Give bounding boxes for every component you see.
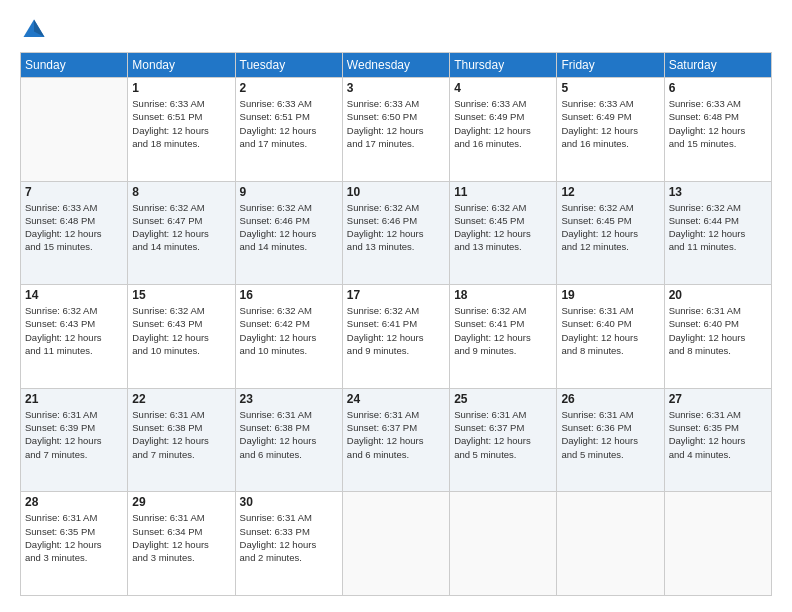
day-number: 1 <box>132 81 230 95</box>
day-info: Sunrise: 6:31 AM Sunset: 6:35 PM Dayligh… <box>669 408 767 461</box>
day-number: 14 <box>25 288 123 302</box>
calendar-cell: 15Sunrise: 6:32 AM Sunset: 6:43 PM Dayli… <box>128 285 235 389</box>
calendar-cell: 22Sunrise: 6:31 AM Sunset: 6:38 PM Dayli… <box>128 388 235 492</box>
day-info: Sunrise: 6:31 AM Sunset: 6:33 PM Dayligh… <box>240 511 338 564</box>
day-info: Sunrise: 6:33 AM Sunset: 6:48 PM Dayligh… <box>25 201 123 254</box>
calendar-cell: 4Sunrise: 6:33 AM Sunset: 6:49 PM Daylig… <box>450 78 557 182</box>
day-info: Sunrise: 6:33 AM Sunset: 6:50 PM Dayligh… <box>347 97 445 150</box>
day-number: 27 <box>669 392 767 406</box>
day-info: Sunrise: 6:31 AM Sunset: 6:38 PM Dayligh… <box>132 408 230 461</box>
logo-icon <box>20 16 48 44</box>
day-number: 7 <box>25 185 123 199</box>
weekday-header-wednesday: Wednesday <box>342 53 449 78</box>
calendar-cell: 3Sunrise: 6:33 AM Sunset: 6:50 PM Daylig… <box>342 78 449 182</box>
day-info: Sunrise: 6:32 AM Sunset: 6:46 PM Dayligh… <box>240 201 338 254</box>
day-number: 20 <box>669 288 767 302</box>
day-info: Sunrise: 6:31 AM Sunset: 6:37 PM Dayligh… <box>347 408 445 461</box>
calendar-cell: 25Sunrise: 6:31 AM Sunset: 6:37 PM Dayli… <box>450 388 557 492</box>
week-row-5: 28Sunrise: 6:31 AM Sunset: 6:35 PM Dayli… <box>21 492 772 596</box>
day-info: Sunrise: 6:33 AM Sunset: 6:48 PM Dayligh… <box>669 97 767 150</box>
day-number: 6 <box>669 81 767 95</box>
day-number: 23 <box>240 392 338 406</box>
day-number: 28 <box>25 495 123 509</box>
day-number: 9 <box>240 185 338 199</box>
week-row-3: 14Sunrise: 6:32 AM Sunset: 6:43 PM Dayli… <box>21 285 772 389</box>
calendar-cell: 26Sunrise: 6:31 AM Sunset: 6:36 PM Dayli… <box>557 388 664 492</box>
weekday-header-row: SundayMondayTuesdayWednesdayThursdayFrid… <box>21 53 772 78</box>
day-number: 11 <box>454 185 552 199</box>
weekday-header-thursday: Thursday <box>450 53 557 78</box>
day-info: Sunrise: 6:32 AM Sunset: 6:44 PM Dayligh… <box>669 201 767 254</box>
day-info: Sunrise: 6:32 AM Sunset: 6:41 PM Dayligh… <box>347 304 445 357</box>
calendar-cell: 5Sunrise: 6:33 AM Sunset: 6:49 PM Daylig… <box>557 78 664 182</box>
day-info: Sunrise: 6:33 AM Sunset: 6:49 PM Dayligh… <box>454 97 552 150</box>
calendar-cell: 27Sunrise: 6:31 AM Sunset: 6:35 PM Dayli… <box>664 388 771 492</box>
day-info: Sunrise: 6:31 AM Sunset: 6:39 PM Dayligh… <box>25 408 123 461</box>
calendar-table: SundayMondayTuesdayWednesdayThursdayFrid… <box>20 52 772 596</box>
calendar-cell: 11Sunrise: 6:32 AM Sunset: 6:45 PM Dayli… <box>450 181 557 285</box>
calendar-cell <box>21 78 128 182</box>
calendar-cell: 1Sunrise: 6:33 AM Sunset: 6:51 PM Daylig… <box>128 78 235 182</box>
calendar-cell: 7Sunrise: 6:33 AM Sunset: 6:48 PM Daylig… <box>21 181 128 285</box>
page: SundayMondayTuesdayWednesdayThursdayFrid… <box>0 0 792 612</box>
calendar-cell: 14Sunrise: 6:32 AM Sunset: 6:43 PM Dayli… <box>21 285 128 389</box>
weekday-header-saturday: Saturday <box>664 53 771 78</box>
day-number: 24 <box>347 392 445 406</box>
day-number: 15 <box>132 288 230 302</box>
day-number: 2 <box>240 81 338 95</box>
weekday-header-monday: Monday <box>128 53 235 78</box>
day-number: 8 <box>132 185 230 199</box>
calendar-cell: 6Sunrise: 6:33 AM Sunset: 6:48 PM Daylig… <box>664 78 771 182</box>
day-info: Sunrise: 6:31 AM Sunset: 6:38 PM Dayligh… <box>240 408 338 461</box>
day-number: 4 <box>454 81 552 95</box>
day-number: 18 <box>454 288 552 302</box>
week-row-1: 1Sunrise: 6:33 AM Sunset: 6:51 PM Daylig… <box>21 78 772 182</box>
day-number: 25 <box>454 392 552 406</box>
day-number: 26 <box>561 392 659 406</box>
weekday-header-sunday: Sunday <box>21 53 128 78</box>
calendar-cell: 16Sunrise: 6:32 AM Sunset: 6:42 PM Dayli… <box>235 285 342 389</box>
day-info: Sunrise: 6:32 AM Sunset: 6:45 PM Dayligh… <box>561 201 659 254</box>
calendar-cell <box>342 492 449 596</box>
day-info: Sunrise: 6:31 AM Sunset: 6:37 PM Dayligh… <box>454 408 552 461</box>
day-info: Sunrise: 6:32 AM Sunset: 6:42 PM Dayligh… <box>240 304 338 357</box>
day-info: Sunrise: 6:33 AM Sunset: 6:49 PM Dayligh… <box>561 97 659 150</box>
day-info: Sunrise: 6:32 AM Sunset: 6:46 PM Dayligh… <box>347 201 445 254</box>
day-number: 21 <box>25 392 123 406</box>
day-info: Sunrise: 6:31 AM Sunset: 6:34 PM Dayligh… <box>132 511 230 564</box>
day-info: Sunrise: 6:32 AM Sunset: 6:41 PM Dayligh… <box>454 304 552 357</box>
day-number: 13 <box>669 185 767 199</box>
calendar-cell: 9Sunrise: 6:32 AM Sunset: 6:46 PM Daylig… <box>235 181 342 285</box>
day-number: 17 <box>347 288 445 302</box>
calendar-cell: 29Sunrise: 6:31 AM Sunset: 6:34 PM Dayli… <box>128 492 235 596</box>
header <box>20 16 772 44</box>
day-info: Sunrise: 6:32 AM Sunset: 6:43 PM Dayligh… <box>132 304 230 357</box>
weekday-header-tuesday: Tuesday <box>235 53 342 78</box>
day-number: 12 <box>561 185 659 199</box>
calendar-cell: 28Sunrise: 6:31 AM Sunset: 6:35 PM Dayli… <box>21 492 128 596</box>
calendar-cell <box>557 492 664 596</box>
day-number: 30 <box>240 495 338 509</box>
day-number: 16 <box>240 288 338 302</box>
calendar-cell: 8Sunrise: 6:32 AM Sunset: 6:47 PM Daylig… <box>128 181 235 285</box>
logo <box>20 16 54 44</box>
calendar-cell: 13Sunrise: 6:32 AM Sunset: 6:44 PM Dayli… <box>664 181 771 285</box>
weekday-header-friday: Friday <box>557 53 664 78</box>
calendar-cell: 21Sunrise: 6:31 AM Sunset: 6:39 PM Dayli… <box>21 388 128 492</box>
calendar-cell: 10Sunrise: 6:32 AM Sunset: 6:46 PM Dayli… <box>342 181 449 285</box>
day-number: 19 <box>561 288 659 302</box>
week-row-2: 7Sunrise: 6:33 AM Sunset: 6:48 PM Daylig… <box>21 181 772 285</box>
day-info: Sunrise: 6:31 AM Sunset: 6:40 PM Dayligh… <box>669 304 767 357</box>
day-number: 29 <box>132 495 230 509</box>
day-number: 22 <box>132 392 230 406</box>
calendar-cell: 30Sunrise: 6:31 AM Sunset: 6:33 PM Dayli… <box>235 492 342 596</box>
calendar-cell: 18Sunrise: 6:32 AM Sunset: 6:41 PM Dayli… <box>450 285 557 389</box>
day-number: 5 <box>561 81 659 95</box>
day-info: Sunrise: 6:31 AM Sunset: 6:35 PM Dayligh… <box>25 511 123 564</box>
calendar-cell <box>450 492 557 596</box>
calendar-cell: 24Sunrise: 6:31 AM Sunset: 6:37 PM Dayli… <box>342 388 449 492</box>
day-info: Sunrise: 6:32 AM Sunset: 6:47 PM Dayligh… <box>132 201 230 254</box>
day-info: Sunrise: 6:33 AM Sunset: 6:51 PM Dayligh… <box>240 97 338 150</box>
week-row-4: 21Sunrise: 6:31 AM Sunset: 6:39 PM Dayli… <box>21 388 772 492</box>
day-info: Sunrise: 6:33 AM Sunset: 6:51 PM Dayligh… <box>132 97 230 150</box>
